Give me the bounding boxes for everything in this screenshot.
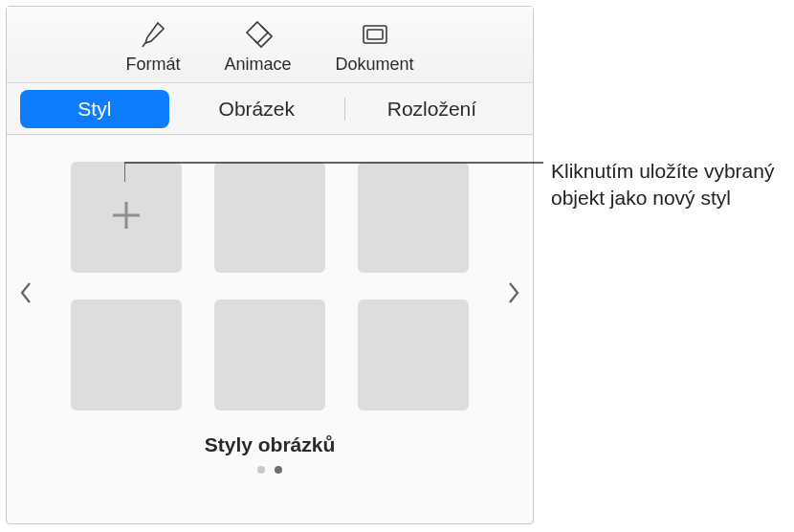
styles-prev-button[interactable]	[12, 277, 39, 315]
tab-image[interactable]: Obrázek	[169, 90, 344, 128]
toolbar: Formát Animace Dokument	[7, 7, 533, 83]
tab-layout[interactable]: Rozložení	[344, 90, 519, 128]
document-icon	[359, 18, 391, 51]
format-toolbar-item[interactable]: Formát	[125, 18, 180, 75]
page-indicator	[7, 466, 533, 474]
paintbrush-icon	[137, 18, 169, 51]
animate-toolbar-item[interactable]: Animace	[224, 18, 291, 75]
inspector-tabs: Styl Obrázek Rozložení	[7, 83, 533, 135]
inspector-panel: Formát Animace Dokument Styl Obrázek Roz…	[6, 6, 534, 524]
svg-rect-1	[367, 30, 383, 39]
diamond-icon	[241, 18, 274, 51]
style-slot[interactable]	[358, 162, 469, 273]
tab-style-label: Styl	[77, 98, 111, 121]
style-slot[interactable]	[71, 299, 182, 410]
style-slot[interactable]	[214, 299, 325, 410]
styles-next-button[interactable]	[500, 277, 527, 315]
document-toolbar-item[interactable]: Dokument	[336, 18, 414, 75]
tab-image-label: Obrázek	[219, 98, 295, 121]
styles-grid	[71, 162, 469, 410]
animate-toolbar-label: Animace	[224, 55, 291, 75]
style-slot[interactable]	[214, 162, 325, 273]
page-dot[interactable]	[257, 466, 265, 474]
chevron-right-icon	[507, 281, 520, 310]
chevron-left-icon	[19, 281, 33, 310]
add-style-button[interactable]	[71, 162, 182, 273]
styles-section-title: Styly obrázků	[7, 433, 533, 456]
tab-layout-label: Rozložení	[387, 98, 476, 121]
styles-area: Styly obrázků	[7, 135, 533, 523]
plus-icon	[105, 194, 147, 240]
document-toolbar-label: Dokument	[336, 55, 414, 75]
style-slot[interactable]	[358, 299, 469, 410]
callout-add-style: Kliknutím uložíte vybraný objekt jako no…	[551, 158, 786, 212]
page-dot[interactable]	[275, 466, 282, 474]
tab-style[interactable]: Styl	[20, 90, 169, 128]
format-toolbar-label: Formát	[125, 55, 180, 75]
